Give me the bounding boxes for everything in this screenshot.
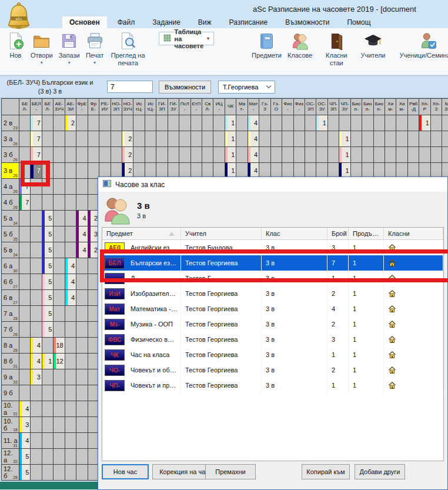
grid-cell[interactable]: 4 bbox=[65, 290, 76, 306]
grid-cell[interactable] bbox=[133, 131, 145, 147]
column-header[interactable]: Хп-Р bbox=[419, 99, 430, 115]
row-label[interactable]: 10. б18 bbox=[2, 417, 19, 433]
grid-cell[interactable] bbox=[54, 306, 65, 322]
grid-cell[interactable] bbox=[122, 115, 133, 131]
grid-cell[interactable] bbox=[145, 147, 156, 163]
grid-cell[interactable] bbox=[76, 401, 88, 417]
grid-cell[interactable] bbox=[31, 274, 42, 290]
grid-cell[interactable] bbox=[191, 115, 202, 131]
grid-cell[interactable] bbox=[339, 115, 350, 131]
lesson-row[interactable]: Мз-Музика - ООПТестов Георгиева3 в21 bbox=[102, 316, 443, 332]
column-header[interactable]: ФрЕ- bbox=[88, 99, 99, 115]
grid-cell[interactable] bbox=[282, 115, 293, 131]
grid-cell[interactable]: 4 bbox=[65, 258, 76, 274]
grid-cell[interactable] bbox=[31, 306, 42, 322]
grid-cell[interactable] bbox=[76, 465, 88, 481]
row-label[interactable]: 6 в27 bbox=[2, 290, 19, 306]
row-label[interactable]: 8 а28 bbox=[2, 338, 19, 354]
grid-cell[interactable] bbox=[42, 433, 54, 449]
column-header[interactable]: Мат- bbox=[248, 99, 259, 115]
grid-cell[interactable] bbox=[133, 147, 145, 163]
grid-cell[interactable] bbox=[236, 115, 248, 131]
lesson-count-input[interactable] bbox=[107, 81, 153, 93]
grid-cell[interactable]: 7 bbox=[31, 115, 42, 131]
grid-cell[interactable]: 4 bbox=[19, 433, 31, 449]
column-header[interactable]: Мат- bbox=[236, 99, 248, 115]
grid-cell[interactable] bbox=[362, 147, 373, 163]
grid-cell[interactable] bbox=[65, 417, 76, 433]
grid-cell[interactable]: 1 bbox=[225, 115, 236, 131]
grid-cell[interactable]: 1 bbox=[316, 115, 327, 131]
row-label[interactable]: 5 а34 bbox=[2, 211, 19, 226]
ribbon-button-students-seminars[interactable]: Ученици/Семинари bbox=[397, 31, 448, 59]
grid-cell[interactable] bbox=[385, 115, 396, 131]
grid-cell[interactable] bbox=[374, 131, 385, 147]
grid-cell[interactable] bbox=[351, 115, 362, 131]
table-column-header[interactable]: Брой bbox=[327, 228, 349, 239]
column-header[interactable]: ПсЛ- bbox=[179, 99, 190, 115]
grid-cell[interactable]: 5 bbox=[19, 465, 31, 481]
grid-cell[interactable] bbox=[294, 131, 305, 147]
column-header[interactable]: Гз-О bbox=[271, 99, 282, 115]
grid-cell[interactable]: 5 bbox=[42, 226, 54, 242]
column-header[interactable]: ЧК bbox=[225, 99, 236, 115]
column-header[interactable]: БЕЛ- bbox=[42, 99, 54, 115]
grid-cell[interactable]: 4 bbox=[31, 338, 42, 354]
grid-cell[interactable] bbox=[328, 115, 339, 131]
grid-cell[interactable] bbox=[374, 115, 385, 131]
column-header[interactable]: НО-ЗП bbox=[111, 99, 122, 115]
grid-cell[interactable]: 4 bbox=[248, 115, 259, 131]
grid-cell[interactable]: 5 bbox=[42, 258, 54, 274]
grid-cell[interactable] bbox=[42, 338, 54, 354]
grid-cell[interactable]: 5 bbox=[19, 449, 31, 465]
column-header[interactable]: ГИ-ЗУ bbox=[168, 99, 179, 115]
column-header[interactable]: ЧП-ЗП bbox=[328, 99, 339, 115]
grid-cell[interactable] bbox=[419, 147, 430, 163]
grid-cell[interactable] bbox=[76, 131, 88, 147]
grid-cell[interactable] bbox=[179, 131, 190, 147]
lesson-row[interactable]: Д…Тестов Г…3 в11 bbox=[102, 271, 443, 286]
column-header[interactable]: Гз-З bbox=[259, 99, 270, 115]
grid-cell[interactable] bbox=[19, 131, 31, 147]
grid-cell[interactable] bbox=[31, 211, 42, 226]
grid-cell[interactable] bbox=[19, 338, 31, 354]
grid-cell[interactable]: 1 bbox=[339, 131, 350, 147]
column-header[interactable]: СвЛ- bbox=[202, 99, 213, 115]
grid-cell[interactable]: 5 bbox=[42, 322, 54, 338]
grid-cell[interactable] bbox=[385, 147, 396, 163]
grid-cell[interactable] bbox=[19, 385, 31, 401]
grid-cell[interactable] bbox=[76, 115, 88, 131]
grid-cell[interactable] bbox=[65, 242, 76, 258]
grid-cell[interactable] bbox=[316, 131, 327, 147]
grid-cell[interactable] bbox=[54, 369, 65, 385]
grid-cell[interactable]: 7 bbox=[19, 179, 31, 195]
grid-cell[interactable]: 4 bbox=[76, 211, 88, 226]
ribbon-button-teachers[interactable]: Учители bbox=[357, 31, 388, 59]
grid-cell[interactable] bbox=[65, 195, 76, 211]
grid-cell[interactable] bbox=[156, 131, 168, 147]
grid-cell[interactable] bbox=[213, 147, 225, 163]
grid-cell[interactable] bbox=[76, 258, 88, 274]
table-column-header[interactable]: Класни bbox=[384, 228, 443, 239]
grid-cell[interactable] bbox=[408, 131, 419, 147]
grid-cell[interactable] bbox=[362, 115, 373, 131]
grid-cell[interactable] bbox=[259, 115, 270, 131]
grid-cell[interactable] bbox=[305, 131, 316, 147]
grid-cell[interactable] bbox=[76, 385, 88, 401]
grid-cell[interactable] bbox=[351, 131, 362, 147]
grid-cell[interactable] bbox=[31, 242, 42, 258]
grid-cell[interactable]: 4 bbox=[31, 354, 42, 369]
lesson-row[interactable]: ФВСФизическо в…Тестов Георгиева3 в31 bbox=[102, 332, 443, 347]
grid-cell[interactable] bbox=[19, 258, 31, 274]
row-label[interactable]: 3 а26 bbox=[2, 131, 19, 147]
column-header[interactable]: НО-ЗУЧ bbox=[122, 99, 133, 115]
grid-cell[interactable] bbox=[54, 449, 65, 465]
grid-cell[interactable] bbox=[374, 147, 385, 163]
grid-cell[interactable] bbox=[31, 417, 42, 433]
lesson-row[interactable]: МатМатематика -…Тестов Георгиева3 в41 bbox=[102, 301, 443, 316]
column-header[interactable]: БЕЛ- bbox=[19, 99, 31, 115]
grid-cell[interactable] bbox=[442, 115, 448, 131]
grid-cell[interactable] bbox=[42, 401, 54, 417]
grid-cell[interactable] bbox=[294, 147, 305, 163]
grid-cell[interactable] bbox=[65, 354, 76, 369]
